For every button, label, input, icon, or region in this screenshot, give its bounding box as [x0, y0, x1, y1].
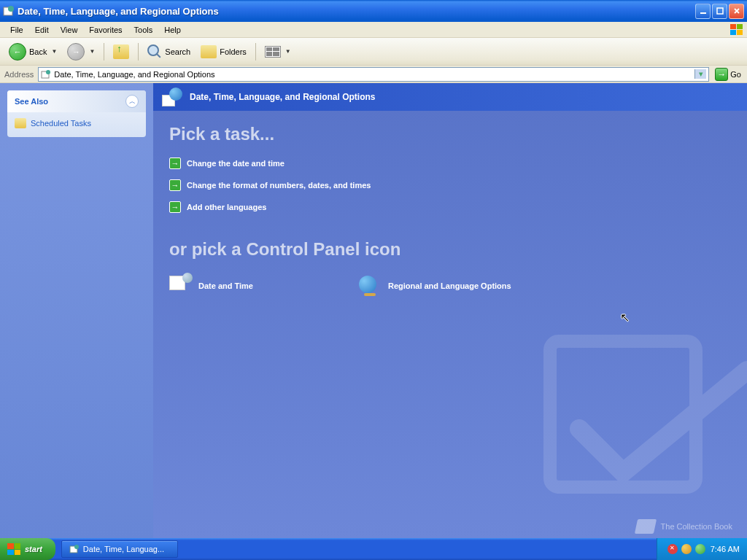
tray-icon[interactable]	[695, 544, 705, 554]
panel-header[interactable]: See Also ︿	[7, 90, 146, 112]
forward-icon: →	[67, 43, 85, 61]
see-also-panel: See Also ︿ Scheduled Tasks	[7, 90, 146, 137]
search-icon	[147, 44, 162, 59]
svg-rect-2	[700, 12, 706, 14]
svg-point-9	[46, 70, 50, 74]
back-icon: ←	[9, 43, 26, 61]
menu-file[interactable]: File	[4, 24, 29, 36]
svg-rect-3	[717, 8, 723, 14]
svg-rect-6	[730, 30, 736, 35]
task-label: Add other languages	[187, 203, 266, 211]
back-dropdown-icon[interactable]: ▼	[51, 48, 57, 55]
address-label: Address	[3, 70, 35, 79]
watermark-text: The Collection Book	[636, 519, 732, 534]
back-label: Back	[29, 47, 47, 56]
svg-rect-4	[730, 24, 736, 29]
main-body: Pick a task... → Change the date and tim…	[153, 111, 747, 309]
window-titlebar: Date, Time, Language, and Regional Optio…	[0, 0, 747, 22]
arrow-icon: →	[169, 201, 181, 213]
windows-flag-icon	[729, 23, 744, 36]
sidebar: See Also ︿ Scheduled Tasks	[0, 83, 153, 538]
svg-rect-5	[737, 24, 743, 29]
go-icon: →	[715, 68, 728, 81]
control-panel-icons: Date and Time Regional and Language Opti…	[169, 276, 731, 296]
collapse-icon[interactable]: ︿	[125, 95, 139, 108]
toolbar-separator	[138, 43, 139, 61]
folders-label: Folders	[220, 47, 247, 56]
standard-toolbar: ← Back ▼ → ▼ Search Folders ▼	[0, 38, 747, 66]
address-dropdown-icon[interactable]: ▾	[694, 69, 706, 79]
maximize-button[interactable]	[712, 4, 727, 19]
search-button[interactable]: Search	[143, 42, 195, 61]
folders-button[interactable]: Folders	[196, 43, 251, 61]
folder-up-icon	[113, 44, 129, 59]
taskbar-button-explorer[interactable]: Date, Time, Languag...	[61, 540, 178, 558]
address-bar: Address Date, Time, Language, and Region…	[0, 66, 747, 83]
book-icon	[634, 519, 656, 534]
svg-point-1	[8, 6, 14, 12]
close-button[interactable]	[729, 4, 744, 19]
window-icon	[3, 5, 15, 17]
back-button[interactable]: ← Back ▼	[4, 41, 61, 63]
task-change-date-time[interactable]: → Change the date and time	[169, 158, 731, 169]
task-change-format[interactable]: → Change the format of numbers, dates, a…	[169, 179, 731, 191]
tray-icon[interactable]	[681, 544, 692, 554]
content-area: See Also ︿ Scheduled Tasks Date, Time, L…	[0, 83, 747, 538]
minimize-button[interactable]	[695, 4, 711, 19]
regional-label: Regional and Language Options	[388, 281, 511, 290]
date-time-label: Date and Time	[198, 281, 253, 290]
date-and-time-link[interactable]: Date and Time	[169, 276, 330, 296]
main-pane: Date, Time, Language, and Regional Optio…	[153, 83, 747, 538]
go-button[interactable]: → Go	[712, 68, 744, 81]
arrow-icon: →	[169, 158, 181, 169]
views-dropdown-icon[interactable]: ▼	[285, 48, 291, 55]
start-label: start	[25, 545, 42, 553]
system-tray: 7:46 AM	[657, 538, 747, 560]
tray-security-icon[interactable]	[667, 544, 678, 554]
menu-tools[interactable]: Tools	[128, 24, 159, 36]
forward-button[interactable]: → ▼	[63, 41, 99, 63]
svg-rect-7	[737, 30, 743, 35]
menu-edit[interactable]: Edit	[29, 24, 55, 36]
scheduled-tasks-icon	[15, 118, 26, 128]
date-time-icon	[169, 276, 191, 296]
windows-logo-icon	[7, 543, 20, 555]
views-button[interactable]: ▼	[260, 44, 295, 60]
forward-dropdown-icon[interactable]: ▼	[89, 48, 95, 55]
mouse-cursor-icon: ↖	[620, 311, 630, 324]
window-title: Date, Time, Language, and Regional Optio…	[18, 6, 695, 17]
regional-options-link[interactable]: Regional and Language Options	[359, 276, 519, 296]
address-value: Date, Time, Language, and Regional Optio…	[54, 70, 694, 79]
toolbar-separator	[104, 43, 104, 61]
menu-view[interactable]: View	[55, 24, 84, 36]
scheduled-tasks-label: Scheduled Tasks	[31, 119, 91, 128]
scheduled-tasks-link[interactable]: Scheduled Tasks	[15, 118, 139, 128]
taskbar-clock[interactable]: 7:46 AM	[711, 545, 740, 553]
address-field[interactable]: Date, Time, Language, and Regional Optio…	[38, 67, 709, 82]
toolbar-separator	[255, 43, 256, 61]
taskbar-button-label: Date, Time, Languag...	[83, 545, 164, 553]
see-also-title: See Also	[15, 97, 48, 106]
views-icon	[265, 46, 281, 58]
menu-bar: File Edit View Favorites Tools Help	[0, 22, 747, 38]
menu-favorites[interactable]: Favorites	[83, 24, 128, 36]
menu-help[interactable]: Help	[158, 24, 187, 36]
task-list: → Change the date and time → Change the …	[169, 158, 731, 213]
control-panel-icon	[41, 69, 51, 79]
task-add-languages[interactable]: → Add other languages	[169, 201, 731, 213]
category-icon	[162, 88, 182, 106]
regional-icon	[359, 276, 381, 296]
or-pick-heading: or pick a Control Panel icon	[169, 239, 731, 260]
search-label: Search	[165, 47, 190, 56]
start-button[interactable]: start	[0, 538, 55, 560]
watermark-label: The Collection Book	[661, 522, 732, 531]
go-label: Go	[730, 70, 741, 79]
up-button[interactable]	[109, 42, 133, 61]
folders-icon	[201, 45, 217, 58]
taskbar: start Date, Time, Languag... 7:46 AM	[0, 538, 747, 560]
category-header: Date, Time, Language, and Regional Optio…	[153, 83, 747, 111]
svg-point-12	[74, 545, 79, 549]
svg-rect-10	[550, 341, 696, 487]
pick-a-task-heading: Pick a task...	[169, 124, 731, 144]
task-label: Change the date and time	[187, 159, 285, 168]
